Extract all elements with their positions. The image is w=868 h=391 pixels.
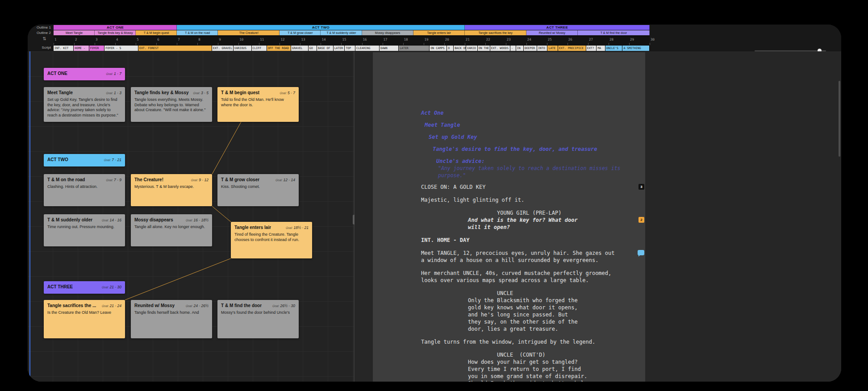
ruler-tick-mark xyxy=(218,43,218,45)
script-scrollbar[interactable] xyxy=(839,81,840,377)
act-header-card[interactable]: ACT ONEGoal:1 - 7 xyxy=(44,68,125,80)
script-line-character[interactable]: UNCLE (CONT'D) xyxy=(497,351,638,358)
timeline-scene-chip[interactable]: LATER xyxy=(399,46,430,51)
timeline-scene-chip[interactable]: OFF THE ROAD xyxy=(267,46,291,51)
scene-number-badge[interactable]: 3 xyxy=(638,184,644,190)
timeline-scene-chip[interactable]: EXT? xyxy=(586,46,597,51)
ruler-number: 6 xyxy=(157,37,159,42)
script-line-o3[interactable]: Set up Gold Key xyxy=(429,133,638,141)
timeline-scene-chip[interactable]: GRAVEL xyxy=(291,46,309,51)
script-line-o1[interactable]: Act One xyxy=(421,109,638,116)
board-card[interactable]: Tangle sacrifices the ...Goal:21 - 24Is … xyxy=(44,300,125,338)
card-title: ACT THREE xyxy=(47,284,73,289)
board-card[interactable]: T & M find the doorGoal:26½ - 30Mossy's … xyxy=(217,300,299,338)
timeline-scene-chip[interactable]: EXT. WOODS xyxy=(490,46,510,51)
script-line-character[interactable]: UNCLE xyxy=(497,290,638,297)
script-line-dialoguei[interactable]: And what is the key for? What door will … xyxy=(468,216,638,231)
script-line-o4[interactable]: Tangle's desire to find the key, door, a… xyxy=(433,146,638,153)
script-line-action[interactable]: Tangle turns from the window, intrigued … xyxy=(421,338,638,345)
timeline-scene-chip[interactable]: LATE xyxy=(547,46,558,51)
timeline-beat-bar[interactable]: Meet Tangle xyxy=(54,30,95,35)
card-title-row: T & M grow closerGoal:12 - 14 xyxy=(221,177,295,182)
script-line-action[interactable]: Her merchant UNCLE, 40s, curved mustache… xyxy=(421,270,638,284)
script-line-heading[interactable]: INT. HOME - DAY xyxy=(421,237,638,244)
ruler-number: 5 xyxy=(137,37,139,42)
timeline-scene-chip[interactable]: VARIO xyxy=(466,46,478,51)
script-line-action[interactable]: Majestic, light glinting off it. xyxy=(421,196,638,204)
board-card[interactable]: Tangle enters lairGoal:18½ - 21Tired of … xyxy=(231,222,312,258)
timeline-scene-chip[interactable]: FOYER - 5 xyxy=(104,46,138,51)
timeline-scene-chip[interactable]: UNCLE'S xyxy=(605,46,623,51)
timeline-scene-chip[interactable]: INTO xyxy=(537,46,548,51)
timeline-beat-bar[interactable]: Reunited w/ Mossy xyxy=(526,30,578,35)
timeline-scene-chip[interactable]: DEEPER xyxy=(524,46,537,51)
timeline-scene-chip[interactable]: ON THE xyxy=(478,46,490,51)
timeline-scene-chip[interactable]: IN xyxy=(516,46,524,51)
scrollbar-thumb[interactable] xyxy=(839,81,840,157)
board-card[interactable]: T & M grow closerGoal:12 - 14Kiss. Shoot… xyxy=(217,174,299,206)
timeline-act-bar[interactable]: ACT ONE xyxy=(54,25,177,30)
card-title: Mossy disappears xyxy=(134,217,173,222)
timeline-ruler[interactable]: 1234567891011121314151617181920212223242… xyxy=(54,36,650,46)
timeline-beat-bar[interactable]: Mossy disappears xyxy=(362,30,413,35)
goal-value: 18½ - 21 xyxy=(293,225,309,230)
board-card[interactable]: The Creature!Goal:9 - 12Mysterious. T & … xyxy=(131,174,212,206)
script-line-action[interactable]: CLOSE ON: A GOLD KEY3 xyxy=(421,183,638,191)
board-card[interactable]: T & M begin questGoal:5 - 7Told to find … xyxy=(217,87,299,122)
timeline-scene-chip[interactable]: VARIOUS xyxy=(234,46,252,51)
script-line-character[interactable]: YOUNG GIRL (PRE-LAP) xyxy=(497,209,638,216)
timeline-beat-bar[interactable]: The Creature! xyxy=(218,30,280,35)
board-card[interactable]: Tangle finds key & MossyGoal:3 - 5Tangle… xyxy=(131,87,212,122)
timeline-scene-chip[interactable]: EXT. PRECIPICE xyxy=(558,46,586,51)
script-line-dialogue[interactable]: How does your hair get so tangled? Every… xyxy=(468,358,638,382)
timeline-beat-bar[interactable]: T & M begin quest xyxy=(136,30,177,35)
timeline-act-bar[interactable]: ACT TWO xyxy=(177,25,464,30)
timeline-scene-chip[interactable]: FOYER xyxy=(89,46,104,51)
goal-label: Goal: xyxy=(106,179,113,182)
board-card[interactable]: T & M suddenly olderGoal:14 - 16Time run… xyxy=(44,214,125,246)
board-card[interactable]: Meet TangleGoal:1 - 3Set up Gold Key. Ta… xyxy=(44,87,125,122)
act-header-card[interactable]: ACT THREEGoal:21 - 30 xyxy=(44,281,125,294)
timeline-scene-chip[interactable]: BASE OF xyxy=(317,46,334,51)
outline-board[interactable]: ACT ONEGoal:1 - 7Meet TangleGoal:1 - 3Se… xyxy=(28,51,354,382)
timeline-beat-bar[interactable]: T & M suddenly older xyxy=(321,30,362,35)
timeline-scene-chip[interactable]: DAWN xyxy=(380,46,399,51)
collapse-tracks-icon[interactable]: ⇅ xyxy=(43,37,46,41)
timeline-scene-chip[interactable]: - xyxy=(510,46,516,51)
timeline-beat-bar[interactable]: Tangle sacrifices the key xyxy=(465,30,526,35)
timeline-scene-chip[interactable]: MA xyxy=(597,46,605,51)
timeline-scene-chip[interactable]: A SMITHING xyxy=(622,46,650,51)
timeline-scene-chip[interactable]: HOME - xyxy=(74,46,89,51)
timeline-scene-chip[interactable]: O xyxy=(447,46,454,51)
script-line-dialogue[interactable]: Only the Blacksmith who forged the gold … xyxy=(468,297,638,333)
script-line-o5[interactable]: Uncle's advice: xyxy=(436,158,638,165)
timeline-beat-bar[interactable]: T & M find the door xyxy=(578,30,650,35)
timeline-beat-bar[interactable]: Tangle finds key & Mossy xyxy=(95,30,136,35)
goal-label: Goal: xyxy=(272,304,280,308)
board-card[interactable]: T & M on the roadGoal:7 - 9Clashing. Hin… xyxy=(44,174,125,206)
timeline-scene-chip[interactable]: BACK ON xyxy=(454,46,466,51)
board-card[interactable]: Reunited w/ MossyGoal:24 - 26½Tangle fin… xyxy=(131,300,212,338)
act-header-card[interactable]: ACT TWOGoal:7 - 21 xyxy=(44,154,125,166)
timeline-scene-chip[interactable]: ON CAMPS xyxy=(430,46,447,51)
timeline-beat-bar[interactable]: T & M on the road xyxy=(177,30,218,35)
timeline-beat-bar[interactable]: T & M grow closer xyxy=(280,30,321,35)
timeline-scene-chip[interactable]: EXT. FOREST xyxy=(138,46,212,51)
timeline-scene-chip[interactable]: INT. KIT xyxy=(54,46,74,51)
script-line-action[interactable]: Meet TANGLE, 12, precocious eyes, unruly… xyxy=(421,250,638,264)
timeline-act-bar[interactable]: ACT THREE xyxy=(465,25,650,30)
timeline-scene-chip[interactable]: TOP xyxy=(345,46,355,51)
script-line-oq[interactable]: "Any journey taken solely to reach a des… xyxy=(438,165,638,179)
timeline-scene-chip[interactable]: GO xyxy=(309,46,317,51)
timeline-scene-chip[interactable]: EXT. GRAVEL xyxy=(212,46,234,51)
scene-number-badge[interactable]: 2 xyxy=(638,217,644,223)
script-page[interactable]: Act OneMeet TangleSet up Gold KeyTangle'… xyxy=(373,52,645,382)
script-line-o2[interactable]: Meet Tangle xyxy=(425,121,638,129)
timeline-beat-bar[interactable]: Tangle enters lair xyxy=(413,30,465,35)
timeline-scene-chip[interactable]: LATER xyxy=(334,46,345,51)
board-card[interactable]: Mossy disappearsGoal:16 - 18½Tangle all … xyxy=(131,214,212,246)
card-goal: Goal:26½ - 30 xyxy=(272,304,295,308)
comment-icon[interactable] xyxy=(638,250,644,255)
timeline-scene-chip[interactable]: CLEARING xyxy=(355,46,380,51)
timeline-scene-chip[interactable]: CLIFF xyxy=(252,46,267,51)
